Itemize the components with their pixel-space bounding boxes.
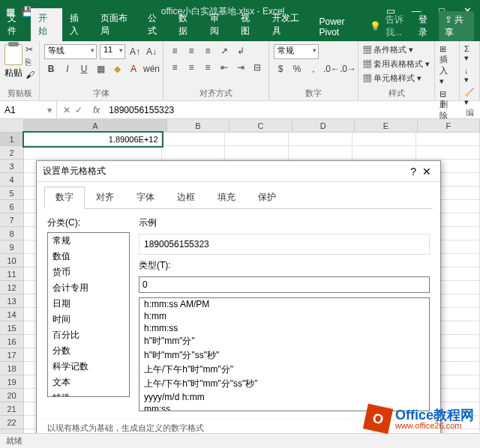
col-header-f[interactable]: F bbox=[418, 119, 480, 132]
tellme-icon: 💡 bbox=[370, 21, 381, 31]
signin-button[interactable]: 登录 bbox=[418, 13, 434, 39]
underline-icon[interactable]: U bbox=[77, 62, 91, 76]
group-cells: ⊞ 插入 ▾ ⊟ 删除 ▾ ▦ 格式 ▾ 单元格 bbox=[435, 41, 460, 100]
paste-icon bbox=[4, 44, 22, 65]
watermark-title: Office教程网 bbox=[395, 408, 474, 422]
align-top-icon[interactable]: ≡ bbox=[168, 44, 182, 58]
dialog-tab-protection[interactable]: 保护 bbox=[247, 187, 287, 208]
formula-input[interactable]: 1890056155323 bbox=[104, 105, 480, 115]
sample-label: 示例 bbox=[139, 217, 430, 229]
tab-home[interactable]: 开始 bbox=[31, 8, 62, 41]
dialog-tabs: 数字 对齐 字体 边框 填充 保护 bbox=[44, 187, 433, 209]
type-input[interactable] bbox=[139, 276, 430, 293]
dialog-tab-alignment[interactable]: 对齐 bbox=[85, 187, 125, 208]
ribbon: 粘贴 ✂ ⎘ 🖌 剪贴板 等线 11 A↑ A↓ B I U ▦ ◆ bbox=[0, 41, 480, 101]
share-button[interactable]: ⇪ 共享 bbox=[439, 11, 474, 41]
decrease-indent-icon[interactable]: ⇤ bbox=[218, 61, 231, 74]
type-list[interactable]: h:mm:ss AM/PMh:mmh:mm:ssh"时"mm"分"h"时"mm"… bbox=[139, 297, 430, 411]
fill-icon[interactable]: ↓ ▾ bbox=[464, 66, 475, 85]
dialog-tab-fill[interactable]: 填充 bbox=[206, 187, 247, 208]
group-styles: ▦ 条件格式 ▾ ▦ 套用表格格式 ▾ ▦ 单元格样式 ▾ 样式 bbox=[358, 41, 435, 100]
bold-icon[interactable]: B bbox=[44, 62, 58, 76]
increase-indent-icon[interactable]: ⇥ bbox=[234, 61, 248, 74]
group-alignment: ≡ ≡ ≡ ↗ ↲ ≡ ≡ ≡ ⇤ ⇥ ⊟ 对齐方式 bbox=[164, 41, 269, 100]
accounting-icon[interactable]: $ bbox=[274, 62, 287, 76]
italic-icon[interactable]: I bbox=[61, 62, 74, 76]
format-painter-icon[interactable]: 🖌 bbox=[26, 70, 34, 80]
paste-button[interactable]: 粘贴 bbox=[4, 44, 22, 79]
insert-cells-button[interactable]: ⊞ 插入 ▾ bbox=[440, 44, 454, 86]
group-editing: Σ ▾ ↓ ▾ 🧹 ▾ 编辑 bbox=[460, 41, 480, 100]
format-cells-dialog: 设置单元格格式 ? ✕ 数字 对齐 字体 边框 填充 保护 分类(C): 常规数… bbox=[36, 160, 441, 438]
status-ready: 就绪 bbox=[6, 435, 22, 447]
tab-formulas[interactable]: 公式 bbox=[140, 8, 171, 41]
cut-icon[interactable]: ✂ bbox=[26, 44, 34, 55]
col-header-e[interactable]: E bbox=[355, 119, 417, 132]
watermark: O Office教程网 www.office26.com bbox=[365, 406, 474, 432]
tab-pagelayout[interactable]: 页面布局 bbox=[93, 8, 140, 41]
copy-icon[interactable]: ⎘ bbox=[26, 57, 34, 67]
col-header-d[interactable]: D bbox=[292, 119, 355, 132]
col-header-c[interactable]: C bbox=[230, 119, 292, 132]
tab-view[interactable]: 视图 bbox=[233, 8, 264, 41]
tell-me-input[interactable]: 告诉我... bbox=[386, 13, 415, 39]
group-clipboard: 粘贴 ✂ ⎘ 🖌 剪贴板 bbox=[0, 41, 40, 100]
dialog-tab-number[interactable]: 数字 bbox=[44, 187, 85, 209]
tab-review[interactable]: 审阅 bbox=[202, 8, 233, 41]
decrease-decimal-icon[interactable]: .0→ bbox=[340, 62, 353, 76]
sample-value: 1890056155323 bbox=[139, 234, 430, 255]
comma-icon[interactable]: , bbox=[307, 62, 320, 76]
cancel-icon[interactable]: ✕ bbox=[63, 105, 70, 115]
merge-icon[interactable]: ⊟ bbox=[250, 61, 264, 74]
border-icon[interactable]: ▦ bbox=[94, 62, 107, 76]
enter-icon[interactable]: ✓ bbox=[75, 105, 82, 115]
type-label: 类型(T): bbox=[139, 259, 430, 272]
row-headers[interactable]: 1234567891011121314151617181920212223 bbox=[0, 133, 24, 443]
conditional-format-button[interactable]: ▦ 条件格式 ▾ bbox=[363, 44, 413, 55]
align-center-icon[interactable]: ≡ bbox=[184, 61, 198, 74]
decrease-font-icon[interactable]: A↓ bbox=[145, 45, 158, 58]
col-header-a[interactable]: A bbox=[24, 119, 167, 132]
tab-powerpivot[interactable]: Power Pivot bbox=[311, 13, 369, 41]
office-logo-icon: O bbox=[363, 404, 393, 434]
format-table-button[interactable]: ▦ 套用表格格式 ▾ bbox=[363, 58, 430, 70]
select-all-corner[interactable] bbox=[0, 119, 24, 132]
status-bar: 就绪 bbox=[0, 433, 480, 448]
font-name-combo[interactable]: 等线 bbox=[44, 44, 97, 59]
autosum-icon[interactable]: Σ ▾ bbox=[464, 44, 475, 63]
tab-developer[interactable]: 开发工具 bbox=[265, 8, 312, 41]
tab-file[interactable]: 文件 bbox=[0, 8, 31, 41]
category-label: 分类(C): bbox=[47, 217, 130, 229]
ribbon-tabs: 文件 开始 插入 页面布局 公式 数据 审阅 视图 开发工具 Power Piv… bbox=[0, 22, 480, 41]
dialog-close-icon[interactable]: ✕ bbox=[419, 166, 434, 178]
font-size-combo[interactable]: 11 bbox=[100, 44, 125, 59]
font-color-icon[interactable]: A bbox=[127, 62, 140, 76]
dialog-tab-border[interactable]: 边框 bbox=[166, 187, 206, 208]
cell-styles-button[interactable]: ▦ 单元格样式 ▾ bbox=[363, 73, 422, 84]
dialog-tab-font[interactable]: 字体 bbox=[125, 187, 166, 208]
percent-icon[interactable]: % bbox=[290, 62, 304, 76]
align-bottom-icon[interactable]: ≡ bbox=[201, 44, 214, 58]
tab-data[interactable]: 数据 bbox=[171, 8, 202, 41]
tab-insert[interactable]: 插入 bbox=[62, 8, 93, 41]
align-middle-icon[interactable]: ≡ bbox=[184, 44, 198, 58]
watermark-url: www.office26.com bbox=[395, 422, 474, 430]
number-format-combo[interactable]: 常规 bbox=[274, 44, 319, 59]
group-label: 数字 bbox=[274, 88, 353, 99]
align-right-icon[interactable]: ≡ bbox=[201, 61, 214, 74]
group-number: 常规 $ % , .0← .0→ 数字 bbox=[269, 41, 358, 100]
phonetic-icon[interactable]: wén bbox=[143, 62, 157, 76]
align-left-icon[interactable]: ≡ bbox=[168, 61, 182, 74]
fx-icon[interactable]: fx bbox=[88, 105, 104, 115]
group-font: 等线 11 A↑ A↓ B I U ▦ ◆ A wén 字体 bbox=[40, 41, 164, 100]
increase-decimal-icon[interactable]: .0← bbox=[323, 62, 337, 76]
increase-font-icon[interactable]: A↑ bbox=[128, 45, 142, 58]
fill-color-icon[interactable]: ◆ bbox=[110, 62, 124, 76]
name-box[interactable]: A1▾ bbox=[0, 101, 57, 118]
wrap-text-icon[interactable]: ↲ bbox=[234, 44, 248, 58]
col-header-b[interactable]: B bbox=[167, 119, 230, 132]
orientation-icon[interactable]: ↗ bbox=[218, 44, 231, 58]
group-label: 字体 bbox=[44, 88, 158, 99]
category-list[interactable]: 常规数值货币会计专用日期时间百分比分数科学记数文本特殊自定义 bbox=[47, 232, 130, 397]
dialog-help-icon[interactable]: ? bbox=[407, 166, 419, 178]
